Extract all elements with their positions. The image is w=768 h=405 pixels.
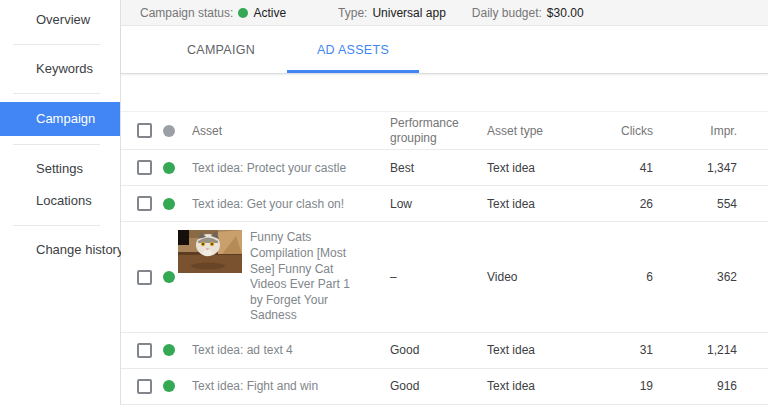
tab-ad-assets[interactable]: AD ASSETS xyxy=(287,43,419,73)
impressions-value: 916 xyxy=(653,379,737,393)
asset-name: Text idea: ad text 4 xyxy=(192,343,390,357)
status-column-header xyxy=(152,125,192,137)
sidebar-item-change-history[interactable]: Change history xyxy=(0,234,120,266)
impressions-value: 362 xyxy=(653,270,737,284)
sidebar-divider xyxy=(13,144,100,145)
table-row[interactable]: Text idea: Fight and win Good Text idea … xyxy=(121,369,768,405)
asset-name: Text idea: Protect your castle xyxy=(192,161,390,175)
asset-name: Text idea: Fight and win xyxy=(192,379,390,393)
tabs-bar: CAMPAIGN AD ASSETS xyxy=(121,26,768,74)
clicks-value: 19 xyxy=(577,379,653,393)
clicks-value: 41 xyxy=(577,161,653,175)
row-checkbox[interactable] xyxy=(137,270,152,285)
main-content: Campaign status: Active Type: Universal … xyxy=(121,0,768,405)
campaign-status-value: Active xyxy=(253,6,286,20)
sidebar-item-locations[interactable]: Locations xyxy=(0,185,120,217)
video-asset-cell: Funny Cats Compilation [Most See] Funny … xyxy=(192,222,390,332)
active-status-icon xyxy=(238,8,248,18)
campaign-status-bar: Campaign status: Active Type: Universal … xyxy=(121,0,768,26)
column-header-clicks[interactable]: Clicks xyxy=(577,124,653,138)
daily-budget-group: Daily budget: $30.00 xyxy=(472,6,584,20)
performance-grouping-value: Best xyxy=(390,161,487,175)
table-row-video[interactable]: Funny Cats Compilation [Most See] Funny … xyxy=(121,222,768,333)
asset-type-value: Video xyxy=(487,270,577,284)
sidebar-divider xyxy=(13,225,100,226)
table-row[interactable]: Text idea: Get your clash on! Low Text i… xyxy=(121,186,768,222)
campaign-status-label: Campaign status: xyxy=(140,6,233,20)
impressions-value: 1,214 xyxy=(653,343,737,357)
cat-video-thumbnail[interactable] xyxy=(178,230,242,273)
performance-grouping-value: – xyxy=(390,270,487,284)
clicks-value: 26 xyxy=(577,197,653,211)
column-header-impressions[interactable]: Impr. xyxy=(653,124,737,138)
status-cell xyxy=(152,198,192,210)
daily-budget-label: Daily budget: xyxy=(472,6,542,20)
clicks-value: 31 xyxy=(577,343,653,357)
row-checkbox[interactable] xyxy=(137,379,152,394)
status-cell xyxy=(152,344,192,356)
sidebar: Overview Keywords Campaign Settings Loca… xyxy=(0,0,121,405)
table-header-row: Asset Performance grouping Asset type Cl… xyxy=(121,112,768,150)
video-channel: by Forget Your Sadness xyxy=(250,293,368,324)
impressions-value: 1,347 xyxy=(653,161,737,175)
performance-header-line1: Performance xyxy=(390,116,459,130)
asset-name: Text idea: Get your clash on! xyxy=(192,197,390,211)
performance-grouping-value: Good xyxy=(390,379,487,393)
clicks-value: 6 xyxy=(577,270,653,284)
campaign-type-label: Type: xyxy=(338,6,367,20)
status-dot-gray-icon xyxy=(163,125,175,137)
column-header-asset[interactable]: Asset xyxy=(192,124,390,138)
asset-type-value: Text idea xyxy=(487,161,577,175)
status-dot-enabled-icon xyxy=(163,380,175,392)
row-checkbox[interactable] xyxy=(137,196,152,211)
status-dot-enabled-icon xyxy=(163,271,175,283)
table-row[interactable]: Text idea: Protect your castle Best Text… xyxy=(121,150,768,186)
tab-campaign[interactable]: CAMPAIGN xyxy=(155,43,287,73)
sidebar-item-settings[interactable]: Settings xyxy=(0,153,120,185)
row-checkbox[interactable] xyxy=(137,160,152,175)
daily-budget-value: $30.00 xyxy=(547,6,584,20)
performance-grouping-value: Low xyxy=(390,197,487,211)
sidebar-item-keywords[interactable]: Keywords xyxy=(0,53,120,85)
sidebar-item-campaign[interactable]: Campaign xyxy=(0,102,120,136)
asset-type-value: Text idea xyxy=(487,379,577,393)
performance-header-line2: grouping xyxy=(390,131,437,145)
app-window: Overview Keywords Campaign Settings Loca… xyxy=(0,0,768,405)
campaign-status-group: Campaign status: Active xyxy=(140,6,286,20)
row-checkbox[interactable] xyxy=(137,343,152,358)
sidebar-divider xyxy=(13,44,100,45)
select-all-checkbox[interactable] xyxy=(137,123,152,138)
toolbar-strip xyxy=(121,74,768,113)
asset-type-value: Text idea xyxy=(487,197,577,211)
column-header-asset-type[interactable]: Asset type xyxy=(487,124,577,138)
asset-type-value: Text idea xyxy=(487,343,577,357)
status-dot-enabled-icon xyxy=(163,198,175,210)
impressions-value: 554 xyxy=(653,197,737,211)
status-cell xyxy=(152,380,192,392)
status-dot-enabled-icon xyxy=(163,344,175,356)
video-asset-text: Funny Cats Compilation [Most See] Funny … xyxy=(250,230,368,324)
video-title: Funny Cats Compilation [Most See] Funny … xyxy=(250,230,368,292)
performance-grouping-value: Good xyxy=(390,343,487,357)
column-header-performance-grouping[interactable]: Performance grouping xyxy=(390,116,487,146)
sidebar-item-overview[interactable]: Overview xyxy=(0,4,120,36)
status-dot-enabled-icon xyxy=(163,162,175,174)
status-cell xyxy=(152,162,192,174)
table-row[interactable]: Text idea: ad text 4 Good Text idea 31 1… xyxy=(121,333,768,369)
sidebar-divider xyxy=(13,93,100,94)
campaign-type-group: Type: Universal app xyxy=(338,6,446,20)
campaign-type-value: Universal app xyxy=(372,6,445,20)
ad-assets-table: Asset Performance grouping Asset type Cl… xyxy=(121,112,768,405)
